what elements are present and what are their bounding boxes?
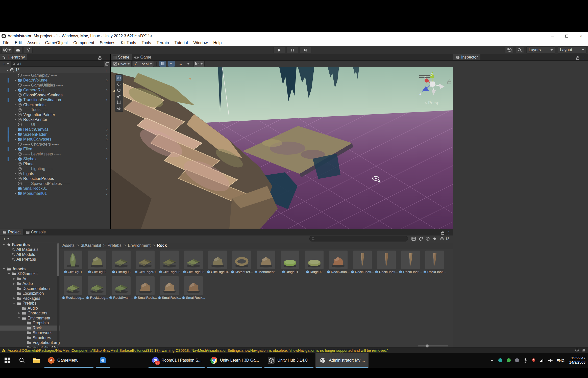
pivot-toggle[interactable]: Pivot — [112, 61, 132, 67]
expander-icon[interactable] — [13, 138, 17, 141]
activity-icon[interactable] — [575, 348, 579, 352]
asset-item[interactable]: RockFloati... — [423, 251, 447, 274]
thumbnail-zoom-slider[interactable] — [418, 345, 448, 346]
menu-gameobject[interactable]: GameObject — [42, 40, 70, 46]
search-by-type-icon[interactable] — [411, 237, 416, 241]
asset-thumbnail[interactable] — [136, 276, 155, 295]
lock-icon[interactable] — [441, 231, 444, 235]
asset-item[interactable]: Ridge02 — [302, 251, 326, 274]
asset-item[interactable]: CliffEdge02 — [157, 251, 182, 274]
expander-open-icon[interactable] — [6, 69, 9, 72]
expander-icon[interactable] — [13, 133, 17, 136]
transform-tool[interactable] — [116, 105, 121, 111]
asset-thumbnail[interactable] — [208, 251, 227, 269]
breadcrumb-segment[interactable]: Rock — [157, 243, 167, 248]
tab-hierarchy[interactable]: Hierarchy — [0, 54, 27, 60]
prefab-open-arrow-icon[interactable]: › — [106, 97, 108, 102]
kebab-menu-icon[interactable]: ⋮ — [582, 56, 586, 60]
expander-icon[interactable] — [12, 282, 16, 285]
pop-out-icon[interactable] — [105, 62, 109, 66]
menu-tutorial[interactable]: Tutorial — [172, 40, 191, 46]
mic-icon[interactable] — [523, 358, 528, 363]
language-indicator[interactable]: ENG — [556, 358, 565, 363]
unity-taskbar-button[interactable]: Administrator: My ... — [315, 353, 368, 368]
start-button[interactable] — [0, 353, 15, 368]
asset-item[interactable]: RockLedg... — [61, 276, 85, 300]
hierarchy-item[interactable]: VegetationPainter — [0, 112, 110, 117]
prefab-open-arrow-icon[interactable]: › — [106, 127, 108, 132]
create-asset-button[interactable]: ＋ — [2, 236, 10, 242]
tab-inspector[interactable]: Inspector — [453, 54, 480, 60]
asset-thumbnail[interactable] — [281, 251, 299, 269]
scale-tool[interactable] — [116, 93, 121, 99]
folder-tree-item[interactable]: Assets — [0, 266, 60, 272]
favorite-star-icon[interactable] — [433, 237, 437, 241]
tool-settings-toggle[interactable] — [193, 61, 205, 67]
folder-tree-item[interactable]: Documentation — [0, 286, 60, 291]
handle-space-toggle[interactable]: Local — [133, 61, 154, 67]
folder-tree-item[interactable]: Audio — [0, 306, 60, 311]
play-button[interactable] — [274, 47, 285, 53]
expander-icon[interactable] — [12, 297, 16, 300]
hierarchy-item[interactable]: SmallRock01› — [0, 186, 110, 191]
breadcrumb-segment[interactable]: 3DGamekit — [81, 243, 101, 248]
layers-dropdown[interactable]: Layers — [526, 46, 555, 53]
layout-dropdown[interactable]: Layout — [558, 46, 586, 53]
teal-app-icon[interactable] — [498, 358, 503, 363]
asset-thumbnail[interactable] — [88, 251, 106, 269]
prefab-open-arrow-icon[interactable]: › — [106, 191, 108, 196]
hierarchy-item[interactable]: ----- Gameplay ----- — [0, 73, 110, 78]
gray-app-icon[interactable] — [514, 358, 520, 363]
expander-icon[interactable] — [17, 317, 21, 319]
hierarchy-item[interactable]: Skybox› — [0, 157, 110, 162]
hierarchy-item[interactable]: MenuCanvases› — [0, 137, 110, 142]
hierarchy-item[interactable]: ----- UI ----- — [0, 122, 110, 127]
prefab-open-arrow-icon[interactable]: › — [106, 78, 108, 83]
breadcrumb-segment[interactable]: Environment — [128, 243, 151, 248]
save-search-icon[interactable] — [426, 237, 430, 241]
asset-item[interactable]: CliffBig02 — [85, 251, 109, 274]
asset-item[interactable]: CliffBig03 — [109, 251, 133, 274]
project-search-input[interactable] — [309, 236, 408, 241]
expander-icon[interactable] — [13, 158, 17, 160]
hierarchy-item[interactable]: RocksPainter — [0, 117, 110, 122]
minimize-button[interactable] — [546, 32, 560, 40]
menu-terrain[interactable]: Terrain — [154, 40, 172, 46]
asset-thumbnail[interactable] — [112, 251, 131, 269]
hierarchy-search-input[interactable]: All — [11, 61, 104, 67]
kebab-menu-icon[interactable]: ⋮ — [104, 68, 108, 73]
folder-tree-item[interactable]: Dropship — [0, 321, 60, 326]
prefab-open-arrow-icon[interactable]: › — [106, 88, 108, 93]
grid-snapping-toggle[interactable] — [159, 61, 166, 67]
hidden-packages-toggle[interactable]: 18 — [440, 237, 449, 241]
folder-tree-item[interactable]: Stonework — [0, 331, 60, 336]
folder-tree-item[interactable]: Packages — [0, 296, 60, 301]
folder-tree-item[interactable]: VegetationLarge — [0, 340, 60, 345]
expander-icon[interactable] — [13, 89, 17, 92]
undo-history-button[interactable] — [505, 47, 514, 53]
status-bar[interactable]: Assets\3DGamekit\Packages\NavMeshCompone… — [0, 347, 588, 353]
lock-icon[interactable] — [98, 56, 102, 60]
asset-thumbnail[interactable] — [377, 251, 396, 269]
tab-console[interactable]: Console — [23, 229, 48, 235]
hierarchy-item[interactable]: DeathVolume› — [0, 78, 110, 83]
asset-item[interactable]: RockFloati... — [375, 251, 399, 274]
kebab-menu-icon[interactable]: ⋮ — [104, 56, 108, 60]
menu-kit-tools[interactable]: Kit Tools — [118, 40, 139, 46]
scene-root-row[interactable]: 1* ⋮ — [0, 67, 110, 73]
hierarchy-item[interactable]: ScreenFader› — [0, 132, 110, 137]
account-button[interactable] — [2, 47, 12, 53]
taskbar-clock[interactable]: 12:22:47 14/9/2568 — [569, 356, 585, 365]
folder-tree-item[interactable]: Rock — [0, 326, 60, 331]
hierarchy-item[interactable]: TransitionDestination› — [0, 98, 110, 103]
folder-tree-item[interactable]: Characters — [0, 311, 60, 316]
menu-edit[interactable]: Edit — [12, 40, 25, 46]
asset-item[interactable]: Ridge01 — [278, 251, 302, 274]
step-button[interactable] — [300, 47, 311, 53]
folder-tree-item[interactable]: Localization — [0, 291, 60, 296]
prefab-open-arrow-icon[interactable]: › — [106, 137, 108, 142]
search-taskbar-button[interactable] — [15, 353, 29, 368]
prefab-open-arrow-icon[interactable]: › — [106, 156, 108, 161]
asset-thumbnail[interactable] — [160, 251, 179, 269]
network-icon[interactable] — [540, 358, 545, 363]
